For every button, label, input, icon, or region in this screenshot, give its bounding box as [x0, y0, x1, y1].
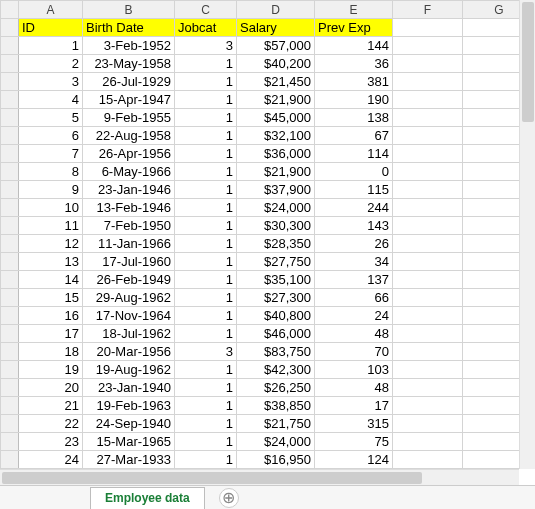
- header-cell[interactable]: Birth Date: [83, 19, 175, 37]
- cell[interactable]: [393, 361, 463, 379]
- row-header[interactable]: [1, 127, 19, 145]
- cell[interactable]: $30,300: [237, 217, 315, 235]
- cell[interactable]: 124: [315, 451, 393, 469]
- header-cell[interactable]: Prev Exp: [315, 19, 393, 37]
- cell[interactable]: 75: [315, 433, 393, 451]
- cell[interactable]: 15-Apr-1947: [83, 91, 175, 109]
- cell[interactable]: [393, 127, 463, 145]
- cell[interactable]: 137: [315, 271, 393, 289]
- cell[interactable]: 48: [315, 379, 393, 397]
- row-header[interactable]: [1, 37, 19, 55]
- cell[interactable]: 13-Feb-1946: [83, 199, 175, 217]
- cell[interactable]: [393, 289, 463, 307]
- select-all-corner[interactable]: [1, 1, 19, 19]
- hscroll-thumb[interactable]: [2, 472, 422, 484]
- cell[interactable]: 10: [19, 199, 83, 217]
- row-header[interactable]: [1, 415, 19, 433]
- cell[interactable]: [393, 217, 463, 235]
- cell[interactable]: [393, 19, 463, 37]
- row-header[interactable]: [1, 163, 19, 181]
- cell[interactable]: 17: [19, 325, 83, 343]
- cell[interactable]: 7: [19, 145, 83, 163]
- cell[interactable]: 1: [175, 415, 237, 433]
- cell[interactable]: 1: [175, 235, 237, 253]
- cell[interactable]: 13: [19, 253, 83, 271]
- cell[interactable]: [393, 415, 463, 433]
- cell[interactable]: 17: [315, 397, 393, 415]
- row-header[interactable]: [1, 55, 19, 73]
- row-header[interactable]: [1, 253, 19, 271]
- row-header[interactable]: [1, 19, 19, 37]
- header-cell[interactable]: ID: [19, 19, 83, 37]
- cell[interactable]: $24,000: [237, 199, 315, 217]
- col-header-E[interactable]: E: [315, 1, 393, 19]
- cell[interactable]: 29-Aug-1962: [83, 289, 175, 307]
- row-header[interactable]: [1, 307, 19, 325]
- cell[interactable]: 27-Mar-1933: [83, 451, 175, 469]
- cell[interactable]: $28,350: [237, 235, 315, 253]
- cell[interactable]: 1: [175, 181, 237, 199]
- cell[interactable]: 1: [175, 73, 237, 91]
- row-header[interactable]: [1, 73, 19, 91]
- cell[interactable]: 21: [19, 397, 83, 415]
- cell[interactable]: $27,300: [237, 289, 315, 307]
- cell[interactable]: $37,900: [237, 181, 315, 199]
- col-header-A[interactable]: A: [19, 1, 83, 19]
- cell[interactable]: $16,950: [237, 451, 315, 469]
- cell[interactable]: 34: [315, 253, 393, 271]
- cell[interactable]: 19-Aug-1962: [83, 361, 175, 379]
- cell[interactable]: 11-Jan-1966: [83, 235, 175, 253]
- row-header[interactable]: [1, 361, 19, 379]
- cell[interactable]: 1: [175, 397, 237, 415]
- cell[interactable]: 19: [19, 361, 83, 379]
- cell[interactable]: 18-Jul-1962: [83, 325, 175, 343]
- horizontal-scrollbar[interactable]: [0, 469, 519, 485]
- cell[interactable]: $24,000: [237, 433, 315, 451]
- cell[interactable]: $40,800: [237, 307, 315, 325]
- cell[interactable]: $42,300: [237, 361, 315, 379]
- cell[interactable]: 103: [315, 361, 393, 379]
- cell[interactable]: $21,900: [237, 163, 315, 181]
- cell[interactable]: 19-Feb-1963: [83, 397, 175, 415]
- cell[interactable]: 26-Jul-1929: [83, 73, 175, 91]
- cell[interactable]: 17-Nov-1964: [83, 307, 175, 325]
- vscroll-thumb[interactable]: [522, 2, 534, 122]
- cell[interactable]: 1: [175, 127, 237, 145]
- cell[interactable]: 144: [315, 37, 393, 55]
- cell[interactable]: 1: [175, 289, 237, 307]
- cell[interactable]: 244: [315, 199, 393, 217]
- cell[interactable]: 9-Feb-1955: [83, 109, 175, 127]
- cell[interactable]: $40,200: [237, 55, 315, 73]
- cell[interactable]: 36: [315, 55, 393, 73]
- cell[interactable]: 70: [315, 343, 393, 361]
- header-cell[interactable]: Jobcat: [175, 19, 237, 37]
- cell[interactable]: 8: [19, 163, 83, 181]
- cell[interactable]: 2: [19, 55, 83, 73]
- cell[interactable]: 1: [175, 217, 237, 235]
- cell[interactable]: [393, 199, 463, 217]
- cell[interactable]: 7-Feb-1950: [83, 217, 175, 235]
- row-header[interactable]: [1, 325, 19, 343]
- cell[interactable]: [393, 451, 463, 469]
- cell[interactable]: 5: [19, 109, 83, 127]
- cell[interactable]: [393, 145, 463, 163]
- cell[interactable]: 26-Apr-1956: [83, 145, 175, 163]
- cell[interactable]: [393, 379, 463, 397]
- cell[interactable]: 1: [175, 451, 237, 469]
- cell[interactable]: 114: [315, 145, 393, 163]
- cell[interactable]: 1: [175, 91, 237, 109]
- cell[interactable]: 23-May-1958: [83, 55, 175, 73]
- cell[interactable]: [393, 91, 463, 109]
- cell[interactable]: 24: [315, 307, 393, 325]
- cell[interactable]: $27,750: [237, 253, 315, 271]
- cell[interactable]: $32,100: [237, 127, 315, 145]
- cell[interactable]: [393, 325, 463, 343]
- row-header[interactable]: [1, 379, 19, 397]
- add-sheet-button[interactable]: ⊕: [219, 488, 239, 508]
- cell[interactable]: [393, 433, 463, 451]
- cell[interactable]: [393, 55, 463, 73]
- cell[interactable]: 143: [315, 217, 393, 235]
- cell[interactable]: [393, 109, 463, 127]
- cell[interactable]: 15-Mar-1965: [83, 433, 175, 451]
- cell[interactable]: 48: [315, 325, 393, 343]
